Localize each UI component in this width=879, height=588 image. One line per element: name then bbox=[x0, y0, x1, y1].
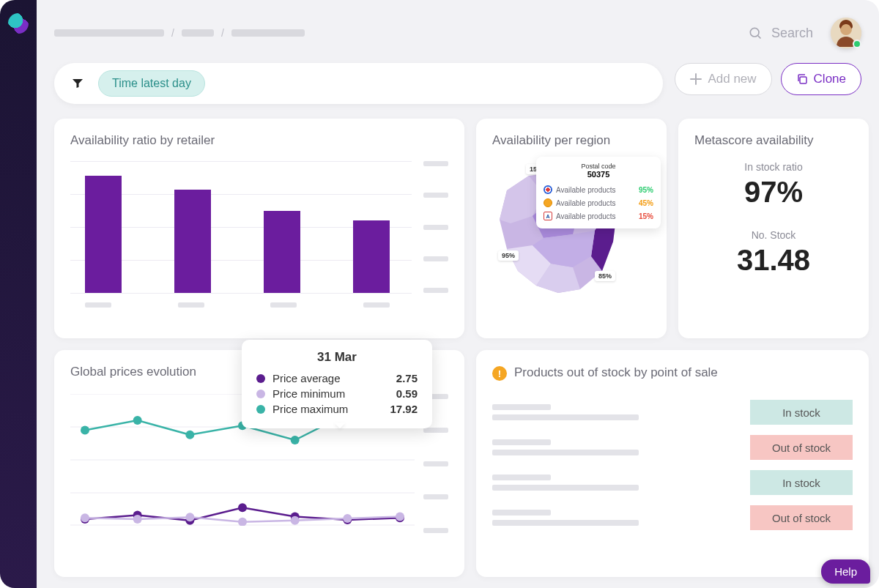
stock-row: In stock bbox=[492, 470, 853, 495]
add-new-button[interactable]: Add new bbox=[675, 63, 771, 95]
retailer-icon bbox=[544, 185, 552, 194]
add-new-label: Add new bbox=[708, 72, 756, 86]
postal-code-value: 50375 bbox=[544, 170, 653, 179]
no-stock-label: No. Stock bbox=[694, 229, 853, 241]
breadcrumb: / / bbox=[54, 27, 305, 39]
warning-icon: ! bbox=[492, 366, 507, 381]
svg-line-1 bbox=[758, 36, 761, 39]
map-tooltip: Postal code 50375 Available products 95%… bbox=[536, 157, 661, 228]
stock-row: Out of stock bbox=[492, 505, 853, 530]
svg-point-0 bbox=[750, 28, 759, 37]
filter-bar: Time latest day bbox=[54, 63, 663, 104]
breadcrumb-separator: / bbox=[221, 27, 224, 39]
retailer-icon bbox=[544, 198, 552, 207]
svg-rect-4 bbox=[800, 77, 806, 83]
clone-button[interactable]: Clone bbox=[781, 63, 861, 95]
map-badge: 85% bbox=[595, 271, 615, 281]
svg-point-11 bbox=[133, 416, 142, 425]
filter-row: Time latest day Add new Clone bbox=[54, 63, 861, 104]
no-stock-value: 31.48 bbox=[694, 244, 853, 277]
card-title: Products out of stock by point of sale bbox=[514, 365, 718, 381]
search-input[interactable]: Search bbox=[748, 26, 813, 41]
in-stock-ratio-label: In stock ratio bbox=[694, 161, 853, 173]
search-placeholder: Search bbox=[771, 26, 813, 41]
status-online-icon bbox=[853, 40, 861, 48]
stock-badge-out: Out of stock bbox=[750, 435, 853, 460]
breadcrumb-item[interactable] bbox=[231, 29, 305, 37]
search-icon bbox=[748, 26, 763, 40]
bar-chart[interactable] bbox=[70, 161, 448, 308]
svg-point-20 bbox=[238, 503, 247, 512]
avatar[interactable] bbox=[831, 18, 861, 48]
breadcrumb-item[interactable] bbox=[54, 29, 164, 37]
breadcrumb-item[interactable] bbox=[182, 29, 214, 37]
card-global-prices: Global prices evolution 31 Mar bbox=[54, 350, 464, 577]
retailer-icon: A bbox=[544, 212, 552, 220]
svg-point-28 bbox=[291, 516, 300, 525]
side-rail bbox=[0, 0, 37, 588]
help-button[interactable]: Help bbox=[821, 559, 870, 584]
svg-point-27 bbox=[238, 518, 247, 526]
breadcrumb-separator: / bbox=[171, 27, 174, 39]
stock-row: In stock bbox=[492, 400, 853, 425]
card-title: Availability per region bbox=[492, 133, 650, 148]
map-badge: 95% bbox=[498, 250, 519, 261]
stock-row: Out of stock bbox=[492, 435, 853, 460]
card-availability-ratio: Availability ratio by retailer bbox=[54, 119, 464, 338]
svg-point-30 bbox=[396, 512, 404, 521]
card-stock-status: ! Products out of stock by point of sale… bbox=[476, 350, 869, 577]
card-title: Availability ratio by retailer bbox=[70, 133, 448, 148]
tooltip-date: 31 Mar bbox=[256, 350, 418, 365]
card-availability-region: Availability per region 15 95% 85% bbox=[476, 119, 667, 338]
stock-badge-out: Out of stock bbox=[750, 505, 853, 530]
svg-point-29 bbox=[343, 514, 352, 523]
stock-badge-in: In stock bbox=[750, 400, 853, 425]
svg-point-10 bbox=[81, 426, 89, 435]
filter-icon[interactable] bbox=[72, 78, 84, 89]
svg-point-25 bbox=[133, 515, 142, 524]
svg-point-24 bbox=[81, 513, 89, 522]
svg-point-12 bbox=[185, 431, 194, 439]
stock-badge-in: In stock bbox=[750, 470, 853, 495]
card-title: Metascore availability bbox=[694, 133, 853, 148]
clone-icon bbox=[796, 73, 808, 85]
plus-icon bbox=[690, 73, 702, 85]
line-chart[interactable]: 31 Mar Price average2.75Price minimum0.5… bbox=[70, 394, 448, 540]
app-logo bbox=[8, 13, 29, 34]
svg-point-26 bbox=[185, 513, 194, 521]
card-metascore: Metascore availability In stock ratio 97… bbox=[678, 119, 869, 338]
filter-chip-time[interactable]: Time latest day bbox=[98, 70, 205, 97]
postal-code-label: Postal code bbox=[544, 163, 653, 170]
price-tooltip: 31 Mar Price average2.75Price minimum0.5… bbox=[242, 340, 432, 428]
in-stock-ratio-value: 97% bbox=[694, 176, 853, 209]
topbar: / / Search bbox=[54, 18, 861, 48]
clone-label: Clone bbox=[814, 72, 846, 86]
svg-point-14 bbox=[291, 436, 300, 444]
